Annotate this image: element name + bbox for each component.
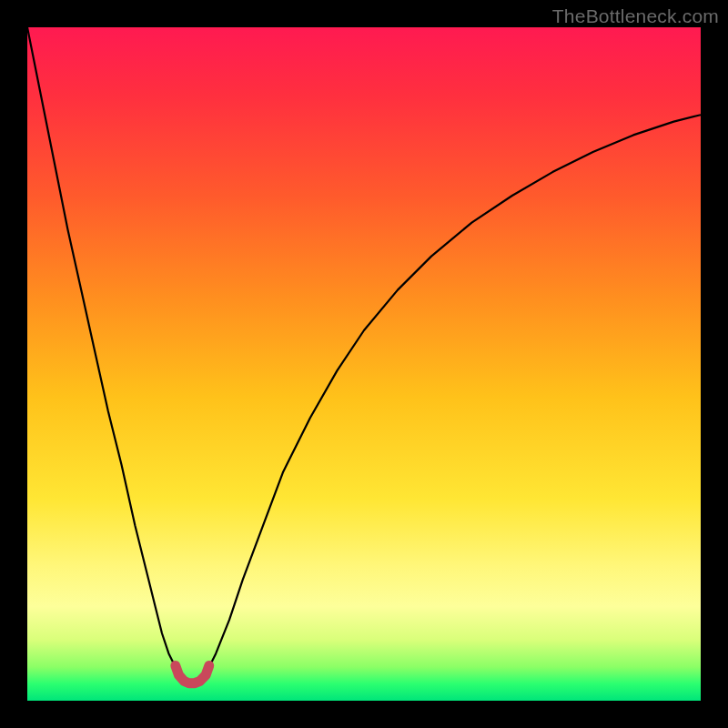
watermark-text: TheBottleneck.com <box>552 5 719 27</box>
chart-background <box>27 27 701 701</box>
plot-frame <box>27 27 701 701</box>
bottleneck-chart <box>27 27 701 701</box>
